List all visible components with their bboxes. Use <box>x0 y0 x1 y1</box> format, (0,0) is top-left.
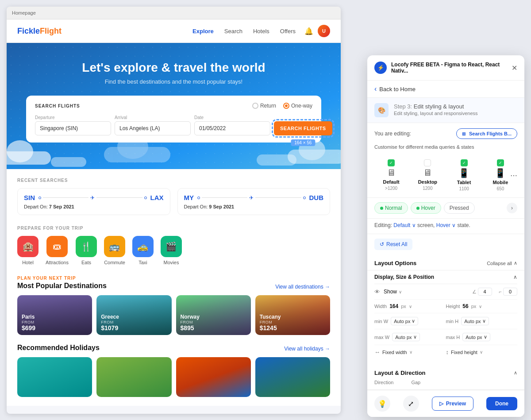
category-attractions[interactable]: 🎟 Attractions <box>46 236 69 265</box>
max-wh-row: max W Auto px ∨ max H Auto px ∨ <box>374 329 517 345</box>
state-normal-label: Normal <box>385 205 402 211</box>
search-flights-button[interactable]: SEARCH FLIGHTS <box>274 121 332 135</box>
width-caret-icon[interactable]: ∨ <box>409 304 412 309</box>
locofy-panel: ⚡ Locofy FREE BETA - Figma to React, Rea… <box>367 55 524 417</box>
done-label: Done <box>495 401 508 407</box>
editing-pill[interactable]: ⊞ Search Flights B... <box>456 128 517 139</box>
lightbulb-button[interactable]: 💡 <box>374 396 390 412</box>
corner-input[interactable] <box>503 288 517 296</box>
dest-tuscany[interactable]: Tuscany FROM $1245 <box>255 295 330 335</box>
size-badge: 164 × 56 <box>291 139 315 146</box>
avatar[interactable]: U <box>318 25 330 37</box>
category-commute[interactable]: 🚌 Commute <box>104 236 125 265</box>
fixed-height-caret-icon: ∨ <box>480 350 483 354</box>
radio-return[interactable]: Return <box>252 103 276 109</box>
nav-link-explore[interactable]: Explore <box>192 28 214 35</box>
category-hotel[interactable]: 🏨 Hotel <box>17 236 38 265</box>
dest-norway[interactable]: Norway FROM $895 <box>176 295 251 335</box>
nav-link-search[interactable]: Search <box>224 28 242 35</box>
mq-more-icon[interactable]: ⋯ <box>510 171 517 180</box>
dsp-header: Display, Size & Position ∧ <box>374 270 517 284</box>
max-h-label: max H <box>446 335 460 340</box>
recent-search-sin-lax[interactable]: SIN ✈ LAX Depart On: 7 Sep 2021 <box>17 188 170 215</box>
max-h-dropdown[interactable]: Auto px ∨ <box>462 333 490 341</box>
back-arrow-icon: ‹ <box>374 85 377 93</box>
rec-card-2[interactable] <box>96 357 171 397</box>
recent-search-my-dub[interactable]: MY ✈ DUB Depart On: 9 Sep 2021 <box>177 188 331 215</box>
state-tab-pressed[interactable]: Pressed <box>444 202 475 214</box>
rec-card-4[interactable] <box>255 357 330 397</box>
state-dot-hover <box>416 207 419 210</box>
greece-name: Greece <box>101 314 167 320</box>
dsp-chevron-icon[interactable]: ∧ <box>513 274 517 280</box>
state-tab-normal[interactable]: Normal <box>374 202 408 214</box>
view-all-holidays[interactable]: View all holidays → <box>284 346 330 352</box>
state-tab-hover[interactable]: Hover <box>411 202 441 214</box>
route-line-4 <box>255 197 301 198</box>
dest-greece[interactable]: Greece FROM $1079 <box>96 295 171 335</box>
preview-button[interactable]: ▷ Preview <box>432 397 473 411</box>
rec-card-3[interactable] <box>176 357 251 397</box>
max-w-dropdown[interactable]: Auto px ∨ <box>392 333 419 341</box>
arrival-label: Arrival <box>115 115 191 120</box>
cloud-5 <box>288 150 341 164</box>
mq-check-tablet: ✓ <box>461 159 468 166</box>
collapse-all-button[interactable]: Collapse all ∧ <box>487 260 517 266</box>
mq-tab-default-name: Default <box>383 179 399 185</box>
step-title: Step 3: Edit styling & layout <box>394 103 478 110</box>
view-all-destinations[interactable]: View all destinations → <box>275 284 330 290</box>
mq-check-mobile: ✓ <box>497 159 504 166</box>
rec-card-1[interactable] <box>17 357 92 397</box>
angle-input[interactable] <box>478 288 492 296</box>
editing-default-link[interactable]: Default ∨ <box>393 222 416 228</box>
min-w-dropdown[interactable]: Auto px ∨ <box>391 317 418 325</box>
radio-oneway[interactable]: One-way <box>283 103 312 109</box>
date-input[interactable] <box>194 121 270 135</box>
editing-hover-link[interactable]: Hover ∨ <box>436 222 456 228</box>
hotel-icon: 🏨 <box>17 236 38 257</box>
height-caret-icon[interactable]: ∨ <box>479 304 482 309</box>
route-line <box>43 197 88 198</box>
route-to-lax: LAX <box>150 194 164 201</box>
category-taxi[interactable]: 🚕 Taxi <box>132 236 154 265</box>
angle-icon: ∠ <box>472 289 477 295</box>
mq-tab-desktop-val: 1200 <box>423 186 432 191</box>
layout-direction-row: Direction Gap <box>367 380 524 389</box>
editing-label: You are editing: <box>374 131 411 137</box>
search-fields: Departure Arrival Date SEARCH FLIGHTS 16… <box>35 115 312 135</box>
panel-back-nav[interactable]: ‹ Back to Home <box>367 81 524 98</box>
departure-input[interactable] <box>35 121 111 135</box>
category-movies[interactable]: 🎬 Movies <box>161 236 182 265</box>
gap-label: Gap <box>411 380 420 385</box>
mq-tab-tablet-val: 1100 <box>459 186 469 191</box>
mq-tab-desktop[interactable]: 🖥 Desktop 1200 <box>411 157 444 194</box>
nav-link-hotels[interactable]: Hotels <box>253 28 269 35</box>
nav-link-offers[interactable]: Offers <box>280 28 296 35</box>
route-from-my: MY <box>184 194 194 201</box>
mobile-icon: 📱 <box>495 168 506 178</box>
min-h-dropdown[interactable]: Auto px ∨ <box>461 317 489 325</box>
nav-logo[interactable]: FickleFlight <box>17 27 62 36</box>
editing-state-text: Editing: Default ∨ screen, Hover ∨ state… <box>367 219 524 234</box>
layout-chevron-up-icon[interactable]: ∧ <box>514 370 517 376</box>
dest-paris[interactable]: Paris FROM $699 <box>17 295 92 335</box>
min-h-val: Auto <box>464 319 474 324</box>
destinations-header: PLAN YOUR NEXT TRIP Most Popular Destina… <box>17 276 330 290</box>
expand-button[interactable]: ⤢ <box>403 396 419 412</box>
fixed-width-group[interactable]: ↔ Fixed width ∨ <box>374 349 446 355</box>
min-w-caret: ∨ <box>412 318 415 324</box>
mq-tab-tablet[interactable]: ✓ 📱 Tablet 1100 <box>447 157 481 194</box>
notification-bell-icon[interactable]: 🔔 <box>304 27 313 35</box>
fixed-height-group[interactable]: ↕ Fixed height ∨ <box>446 349 518 355</box>
reset-all-button[interactable]: ↺ Reset All <box>374 239 412 250</box>
route-dots: ✈ <box>38 195 146 201</box>
mq-tab-default[interactable]: ✓ 🖥 Default >1200 <box>374 157 408 194</box>
arrival-input[interactable] <box>115 121 191 135</box>
taxi-icon: 🚕 <box>132 236 154 257</box>
done-button[interactable]: Done <box>486 397 517 410</box>
state-chevron-icon[interactable]: › <box>507 203 517 213</box>
radio-label-oneway: One-way <box>291 103 312 109</box>
panel-close-button[interactable]: ✕ <box>512 64 517 72</box>
show-dropdown[interactable]: Show ∨ <box>384 289 402 295</box>
category-eats[interactable]: 🍴 Eats <box>76 236 97 265</box>
